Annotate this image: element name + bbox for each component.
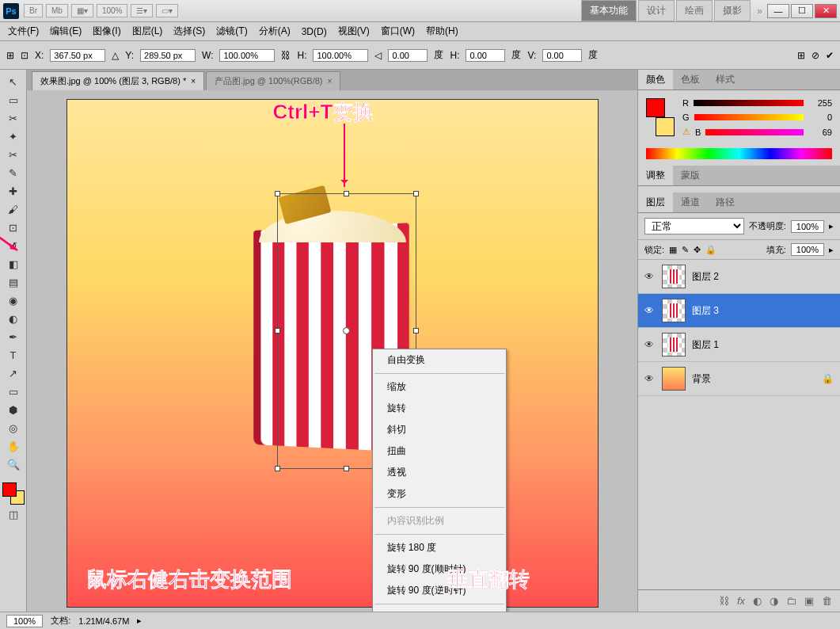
marquee-tool-icon[interactable]: ▭ bbox=[4, 91, 23, 109]
pen-tool-icon[interactable]: ✒ bbox=[4, 328, 23, 345]
layers-tab[interactable]: 路径 bbox=[708, 193, 743, 212]
layers-tab[interactable]: 图层 bbox=[638, 193, 673, 212]
eraser-tool-icon[interactable]: ◧ bbox=[4, 255, 23, 273]
ctx-item[interactable]: 缩放 bbox=[373, 376, 506, 398]
document-tab[interactable]: 效果图.jpg @ 100% (图层 3, RGB/8) *× bbox=[32, 71, 204, 90]
r-value[interactable]: 255 bbox=[808, 98, 832, 108]
shape-tool-icon[interactable]: ▭ bbox=[4, 383, 23, 400]
warp-icon[interactable]: ⊞ bbox=[797, 50, 805, 61]
blend-mode-select[interactable]: 正常 bbox=[644, 218, 744, 234]
close-tab-icon[interactable]: × bbox=[328, 77, 333, 86]
path-select-tool-icon[interactable]: ↗ bbox=[4, 364, 23, 382]
blur-tool-icon[interactable]: ◉ bbox=[4, 292, 23, 309]
workspace-tab-1[interactable]: 设计 bbox=[638, 0, 675, 21]
menu-item[interactable]: 编辑(E) bbox=[45, 23, 86, 40]
visibility-icon[interactable]: 👁 bbox=[644, 271, 656, 282]
zoom-tool-icon[interactable]: 🔍 bbox=[4, 456, 23, 473]
close-tab-icon[interactable]: × bbox=[191, 77, 196, 86]
history-brush-tool-icon[interactable]: ↺ bbox=[4, 237, 23, 254]
layer-thumbnail[interactable] bbox=[662, 299, 686, 322]
layer-row[interactable]: 👁图层 1 bbox=[638, 328, 840, 362]
eyedropper-tool-icon[interactable]: ✎ bbox=[4, 164, 23, 181]
bridge-icon[interactable]: Br bbox=[24, 4, 43, 17]
new-layer-icon[interactable]: ▣ bbox=[804, 595, 814, 607]
commit-transform-icon[interactable]: ✔ bbox=[826, 50, 834, 61]
move-tool-icon[interactable]: ↖ bbox=[4, 73, 23, 90]
delete-layer-icon[interactable]: 🗑 bbox=[822, 595, 832, 607]
cancel-transform-icon[interactable]: ⊘ bbox=[811, 50, 819, 61]
ctx-item[interactable]: 自由变换 bbox=[373, 349, 506, 371]
lock-position-icon[interactable]: ✥ bbox=[694, 245, 701, 255]
height-input[interactable] bbox=[313, 49, 368, 62]
layers-tab[interactable]: 通道 bbox=[673, 193, 708, 212]
brush-tool-icon[interactable]: 🖌 bbox=[4, 200, 23, 218]
gradient-tool-icon[interactable]: ▤ bbox=[4, 273, 23, 291]
stamp-tool-icon[interactable]: ⊡ bbox=[4, 219, 23, 236]
ctx-item[interactable]: 扭曲 bbox=[373, 440, 506, 462]
link-icon[interactable]: ⛓ bbox=[281, 50, 291, 61]
lock-pixels-icon[interactable]: ✎ bbox=[682, 245, 689, 255]
lock-all-icon[interactable]: 🔒 bbox=[705, 245, 716, 255]
menu-item[interactable]: 帮助(H) bbox=[421, 23, 463, 40]
lasso-tool-icon[interactable]: ✂ bbox=[4, 109, 23, 127]
angle-input[interactable] bbox=[388, 49, 428, 62]
menu-item[interactable]: 3D(D) bbox=[297, 25, 332, 39]
g-slider[interactable] bbox=[694, 114, 804, 120]
workspace-tab-0[interactable]: 基本功能 bbox=[581, 0, 637, 21]
fx-icon[interactable]: fx bbox=[737, 595, 745, 607]
maximize-button[interactable]: ☐ bbox=[791, 4, 813, 18]
visibility-icon[interactable]: 👁 bbox=[644, 373, 656, 384]
menu-item[interactable]: 图层(L) bbox=[127, 23, 168, 40]
opacity-flyout-icon[interactable]: ▸ bbox=[829, 221, 834, 231]
hand-tool-icon[interactable]: ✋ bbox=[4, 437, 23, 455]
b-slider[interactable] bbox=[705, 129, 804, 135]
link-layers-icon[interactable]: ⛓ bbox=[719, 595, 729, 607]
document-tab[interactable]: 产品图.jpg @ 100%(RGB/8)× bbox=[206, 71, 340, 90]
skew-v-input[interactable] bbox=[542, 49, 582, 62]
handle-bc[interactable] bbox=[344, 466, 349, 471]
adjust-tab[interactable]: 调整 bbox=[638, 166, 673, 185]
layer-thumbnail[interactable] bbox=[662, 265, 686, 288]
color-tab[interactable]: 颜色 bbox=[638, 70, 673, 90]
layer-thumbnail[interactable] bbox=[662, 367, 686, 391]
ref-point-icon[interactable]: ⊡ bbox=[21, 50, 29, 61]
status-flyout-icon[interactable]: ▸ bbox=[137, 616, 142, 626]
screen-mode-icon[interactable]: ▦▾ bbox=[71, 4, 93, 17]
fill-value[interactable]: 100% bbox=[791, 243, 824, 256]
y-input[interactable] bbox=[140, 49, 196, 62]
menu-item[interactable]: 窗口(W) bbox=[376, 23, 420, 40]
arrange-icon[interactable]: ▭▾ bbox=[156, 4, 178, 17]
canvas-viewport[interactable]: 自由变换缩放旋转斜切扭曲透视变形内容识别比例旋转 180 度旋转 90 度(顺时… bbox=[32, 93, 633, 608]
panel-fg-color[interactable] bbox=[646, 98, 665, 117]
opacity-value[interactable]: 100% bbox=[791, 220, 824, 233]
ctx-item[interactable]: 透视 bbox=[373, 462, 506, 483]
color-spectrum[interactable] bbox=[646, 148, 832, 159]
crop-tool-icon[interactable]: ✂ bbox=[4, 146, 23, 163]
layer-row[interactable]: 👁图层 2 bbox=[638, 260, 840, 294]
menu-item[interactable]: 选择(S) bbox=[169, 23, 210, 40]
layer-row[interactable]: 👁图层 3 bbox=[638, 294, 840, 328]
adjust-tab[interactable]: 蒙版 bbox=[673, 166, 708, 185]
ctx-item[interactable]: 水平翻转 bbox=[373, 607, 506, 612]
ctx-item[interactable]: 旋转 180 度 bbox=[373, 537, 506, 558]
ctx-item[interactable]: 斜切 bbox=[373, 419, 506, 440]
view-extras-icon[interactable]: ☰▾ bbox=[131, 4, 153, 17]
menu-item[interactable]: 滤镜(T) bbox=[211, 23, 252, 40]
more-icon[interactable]: » bbox=[757, 6, 762, 17]
workspace-tab-3[interactable]: 摄影 bbox=[714, 0, 751, 21]
visibility-icon[interactable]: 👁 bbox=[644, 339, 656, 350]
3d-camera-tool-icon[interactable]: ◎ bbox=[4, 419, 23, 436]
fg-color[interactable] bbox=[2, 482, 17, 497]
menu-item[interactable]: 图像(I) bbox=[88, 23, 125, 40]
lock-transparency-icon[interactable]: ▦ bbox=[669, 245, 677, 255]
color-tab[interactable]: 色板 bbox=[673, 70, 708, 90]
healing-tool-icon[interactable]: ✚ bbox=[4, 182, 23, 200]
g-value[interactable]: 0 bbox=[808, 112, 832, 122]
mask-icon[interactable]: ◐ bbox=[753, 595, 762, 607]
menu-item[interactable]: 文件(F) bbox=[3, 23, 44, 40]
artboard[interactable]: 自由变换缩放旋转斜切扭曲透视变形内容识别比例旋转 180 度旋转 90 度(顺时… bbox=[67, 100, 598, 607]
layer-row[interactable]: 👁背景🔒 bbox=[638, 362, 840, 396]
layer-thumbnail[interactable] bbox=[662, 333, 686, 356]
panel-bg-color[interactable] bbox=[656, 117, 675, 136]
zoom-box[interactable]: 100% bbox=[6, 615, 43, 627]
